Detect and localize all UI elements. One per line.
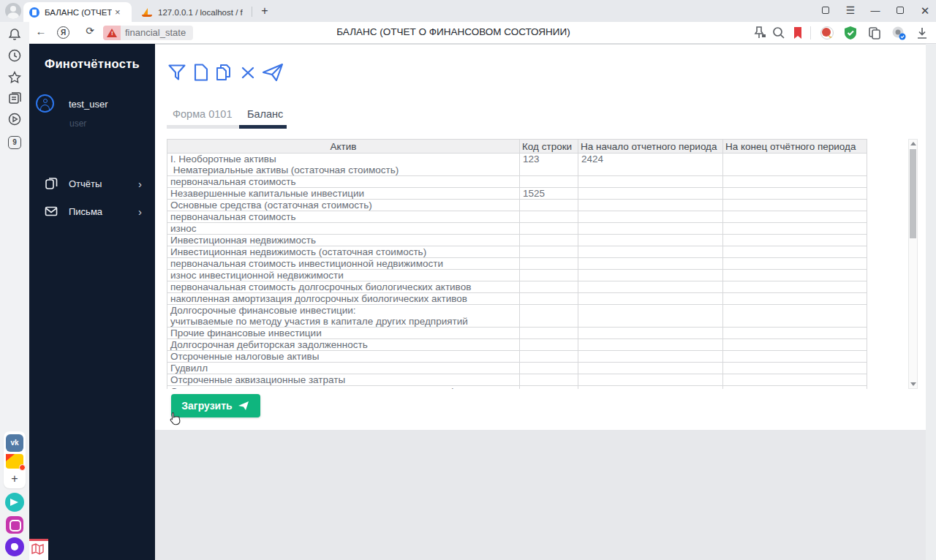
end-cell bbox=[723, 211, 867, 223]
new-tab-button[interactable]: + bbox=[257, 4, 272, 18]
table-row[interactable]: Отсроченные аквизационные затраты bbox=[167, 374, 867, 386]
copy-icon[interactable] bbox=[214, 62, 234, 83]
yandex-home-icon[interactable]: Я bbox=[57, 26, 69, 39]
mouse-cursor bbox=[169, 412, 181, 425]
end-cell bbox=[723, 246, 867, 258]
table-row[interactable]: Долгосрочная дебиторская задолженность bbox=[167, 339, 867, 351]
sidebar-item-letters[interactable]: Письма › bbox=[29, 200, 155, 223]
column-header-code[interactable]: Код строки bbox=[520, 140, 578, 154]
code-cell bbox=[520, 328, 578, 339]
upload-send-icon bbox=[238, 401, 250, 411]
extension-camera-icon[interactable] bbox=[891, 25, 907, 41]
scrollbar-thumb[interactable] bbox=[910, 149, 916, 238]
code-cell bbox=[520, 281, 578, 293]
address-input[interactable]: financial_state bbox=[121, 26, 193, 40]
table-row[interactable]: первоначальная стоимость bbox=[167, 176, 867, 188]
browser-tab-active[interactable]: БАЛАНС (ОТЧЕТ О ФИ × bbox=[23, 2, 132, 22]
code-cell bbox=[520, 351, 578, 363]
add-service-button[interactable]: + bbox=[7, 472, 22, 486]
bookmark-icon[interactable] bbox=[790, 25, 806, 41]
table-row[interactable]: накопленная амортизация долгосрочных био… bbox=[167, 293, 867, 305]
page-scroll-gutter[interactable] bbox=[926, 44, 936, 560]
browser-profile-avatar[interactable] bbox=[5, 3, 21, 19]
code-cell bbox=[520, 235, 578, 246]
reload-button[interactable]: ⟳ bbox=[82, 25, 98, 37]
dzen-icon[interactable] bbox=[6, 516, 23, 534]
extension-copy-icon[interactable] bbox=[867, 25, 883, 41]
column-header-end[interactable]: На конец отчётного периода bbox=[723, 140, 867, 154]
security-warning-icon[interactable]: ! bbox=[103, 26, 121, 40]
collections-icon[interactable] bbox=[7, 91, 22, 105]
sidebar-item-reports[interactable]: Отчёты › bbox=[29, 172, 155, 195]
tab-balans[interactable]: Баланс bbox=[247, 108, 283, 120]
history-clock-icon[interactable] bbox=[7, 48, 22, 63]
messenger-icon[interactable] bbox=[5, 493, 24, 512]
scroll-down-arrow-icon[interactable] bbox=[910, 382, 916, 386]
window-maximize-button[interactable] bbox=[891, 4, 910, 18]
laravel-taskbar-icon[interactable] bbox=[29, 539, 48, 560]
asset-cell: Отсроченные налоговые активы bbox=[167, 351, 520, 363]
table-row[interactable]: первоначальная стоимость bbox=[167, 211, 867, 223]
table-row[interactable]: Отсроченные налоговые активы bbox=[167, 351, 867, 363]
user-role: user bbox=[69, 118, 86, 129]
close-x-icon[interactable] bbox=[238, 62, 258, 83]
downloads-icon[interactable] bbox=[914, 25, 930, 41]
sidebar-item-label: Отчёты bbox=[69, 178, 138, 189]
side-panel-icon[interactable] bbox=[816, 4, 835, 18]
table-row[interactable]: Незавершенные капитальные инвестиции1525 bbox=[167, 188, 867, 200]
user-name: test_user bbox=[69, 99, 107, 110]
alice-icon[interactable] bbox=[5, 537, 24, 556]
table-row[interactable]: Гудвилл bbox=[167, 363, 867, 374]
table-row[interactable]: износ инвестиционной недвижимости bbox=[167, 270, 867, 281]
scroll-up-arrow-icon[interactable] bbox=[910, 142, 916, 145]
mail-icon[interactable] bbox=[6, 454, 23, 469]
end-cell bbox=[723, 176, 867, 188]
table-row[interactable]: Основные средства (остаточная стоимость) bbox=[167, 200, 867, 211]
document-icon[interactable] bbox=[191, 62, 211, 83]
balance-table-container[interactable]: Актив Код строки На начало отчетного пер… bbox=[167, 139, 867, 389]
upload-button[interactable]: Загрузить bbox=[171, 394, 260, 417]
end-cell bbox=[723, 270, 867, 281]
table-row[interactable]: Прочие финансовые инвестиции bbox=[167, 328, 867, 339]
code-cell bbox=[520, 258, 578, 270]
filter-icon[interactable] bbox=[167, 62, 187, 83]
tab-counter-icon[interactable]: 9 bbox=[8, 136, 21, 149]
asset-cell: Незавершенные капитальные инвестиции bbox=[167, 188, 520, 200]
notifications-bell-icon[interactable] bbox=[7, 27, 22, 42]
browser-tab-phpmyadmin[interactable]: 127.0.0.1 / localhost / fina bbox=[137, 2, 247, 22]
favorites-star-icon[interactable] bbox=[7, 70, 22, 85]
table-scrollbar[interactable] bbox=[908, 139, 918, 389]
asset-cell: Основные средства (остаточная стоимость) bbox=[167, 200, 520, 211]
table-row[interactable]: I. Необоротные активы Нематериальные акт… bbox=[167, 154, 867, 176]
begin-cell bbox=[578, 363, 723, 374]
end-cell bbox=[723, 351, 867, 363]
search-icon[interactable] bbox=[771, 25, 787, 41]
table-row[interactable]: Инвестиционная недвижимость (остаточная … bbox=[167, 246, 867, 258]
table-row[interactable]: Остаток средств в централизованных страх… bbox=[167, 386, 867, 390]
tab-underline-inactive bbox=[167, 125, 239, 129]
asset-cell: первоначальная стоимость bbox=[167, 176, 520, 188]
window-minimize-button[interactable]: — bbox=[866, 4, 885, 18]
video-play-icon[interactable] bbox=[7, 112, 22, 126]
chevron-right-icon: › bbox=[138, 205, 142, 218]
browser-menu-icon[interactable]: ☰ bbox=[841, 4, 860, 18]
table-row[interactable]: первоначальная стоимость инвестиционной … bbox=[167, 258, 867, 270]
tab-close-icon[interactable]: × bbox=[115, 7, 121, 17]
column-header-asset[interactable]: Актив bbox=[167, 140, 520, 154]
extension-redball-icon[interactable] bbox=[819, 25, 835, 41]
begin-cell bbox=[578, 188, 723, 200]
end-cell bbox=[723, 200, 867, 211]
send-plane-icon[interactable] bbox=[260, 62, 285, 83]
vk-icon[interactable]: vk bbox=[6, 434, 23, 452]
tab-forma-0101[interactable]: Форма 0101 bbox=[173, 108, 232, 120]
table-row[interactable]: Долгосрочные финансовые инвестиции: учит… bbox=[167, 305, 867, 328]
extensions-pin-icon[interactable] bbox=[752, 25, 768, 41]
table-row[interactable]: Инвестиционная недвижимость bbox=[167, 235, 867, 246]
window-close-button[interactable]: ✕ bbox=[916, 4, 935, 18]
column-header-begin[interactable]: На начало отчетного периода bbox=[578, 140, 723, 154]
back-button[interactable]: ← bbox=[33, 25, 49, 37]
table-row[interactable]: первоначальная стоимость долгосрочных би… bbox=[167, 281, 867, 293]
table-row[interactable]: износ bbox=[167, 223, 867, 235]
begin-cell: 2424 bbox=[578, 154, 723, 176]
adblock-shield-icon[interactable] bbox=[842, 25, 858, 41]
